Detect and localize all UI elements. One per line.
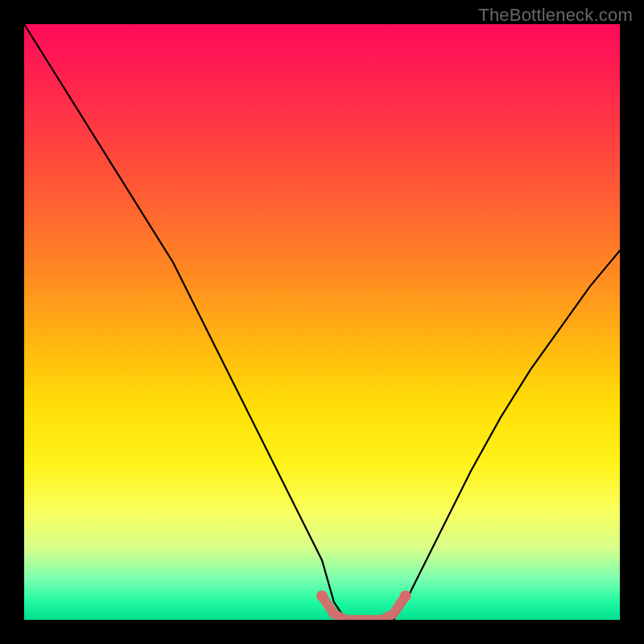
chart-frame: TheBottleneck.com	[0, 0, 644, 644]
optimal-band-dot-right	[400, 590, 411, 601]
optimal-band-highlight	[322, 596, 406, 620]
optimal-band-dot-left	[316, 590, 328, 601]
plot-area	[24, 24, 620, 620]
watermark-text: TheBottleneck.com	[478, 5, 633, 26]
bottleneck-curve	[24, 24, 620, 620]
curve-overlay	[24, 24, 620, 620]
